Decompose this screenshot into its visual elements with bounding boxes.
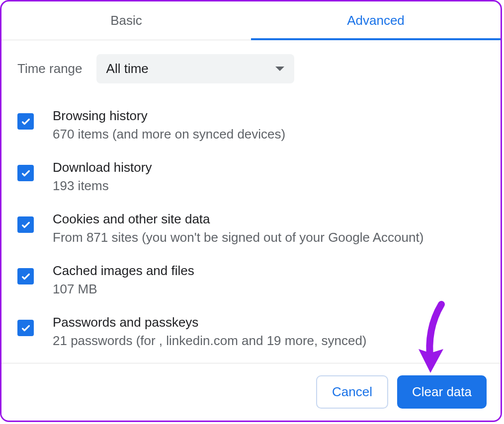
option-text-group: Cached images and files 107 MB	[53, 263, 194, 297]
checkbox-passwords[interactable]	[17, 320, 34, 336]
checkmark-icon	[20, 323, 31, 334]
option-title: Download history	[53, 160, 152, 175]
option-text-group: Browsing history 670 items (and more on …	[53, 108, 285, 142]
checkmark-icon	[20, 168, 31, 179]
checkbox-cookies[interactable]	[17, 216, 34, 233]
time-range-value: All time	[106, 61, 149, 76]
option-desc: 107 MB	[53, 282, 194, 297]
clear-data-button[interactable]: Clear data	[397, 375, 487, 409]
option-title: Cookies and other site data	[53, 212, 423, 227]
option-cached: Cached images and files 107 MB	[17, 263, 485, 297]
time-range-row: Time range All time	[17, 54, 485, 83]
dialog-footer: Cancel Clear data	[1, 363, 501, 421]
dialog-content: Time range All time Browsing history 670…	[1, 40, 501, 384]
checkbox-cached[interactable]	[17, 268, 34, 284]
option-desc: From 871 sites (you won't be signed out …	[53, 230, 423, 245]
option-title: Browsing history	[53, 108, 285, 124]
checkmark-icon	[20, 271, 31, 282]
option-cookies: Cookies and other site data From 871 sit…	[17, 212, 485, 245]
option-passwords: Passwords and passkeys 21 passwords (for…	[17, 315, 485, 349]
checkbox-download-history[interactable]	[17, 165, 34, 181]
option-desc: 21 passwords (for , linkedin.com and 19 …	[53, 333, 367, 349]
options-list: Browsing history 670 items (and more on …	[17, 108, 485, 384]
tab-bar: Basic Advanced	[1, 1, 501, 40]
option-title: Cached images and files	[53, 263, 194, 279]
checkmark-icon	[20, 219, 31, 230]
option-browsing-history: Browsing history 670 items (and more on …	[17, 108, 485, 142]
time-range-label: Time range	[17, 61, 83, 76]
option-text-group: Cookies and other site data From 871 sit…	[53, 212, 423, 245]
tab-advanced[interactable]: Advanced	[251, 1, 501, 40]
option-title: Passwords and passkeys	[53, 315, 367, 330]
option-text-group: Download history 193 items	[53, 160, 152, 194]
checkbox-browsing-history[interactable]	[17, 113, 34, 130]
option-download-history: Download history 193 items	[17, 160, 485, 194]
checkmark-icon	[20, 116, 31, 127]
cancel-button[interactable]: Cancel	[316, 375, 388, 409]
time-range-select[interactable]: All time	[96, 54, 294, 83]
option-desc: 193 items	[53, 178, 152, 194]
clear-data-dialog: Basic Advanced Time range All time Brows…	[0, 0, 502, 422]
tab-basic[interactable]: Basic	[1, 1, 251, 40]
option-text-group: Passwords and passkeys 21 passwords (for…	[53, 315, 367, 349]
caret-down-icon	[275, 67, 284, 71]
option-desc: 670 items (and more on synced devices)	[53, 127, 285, 142]
